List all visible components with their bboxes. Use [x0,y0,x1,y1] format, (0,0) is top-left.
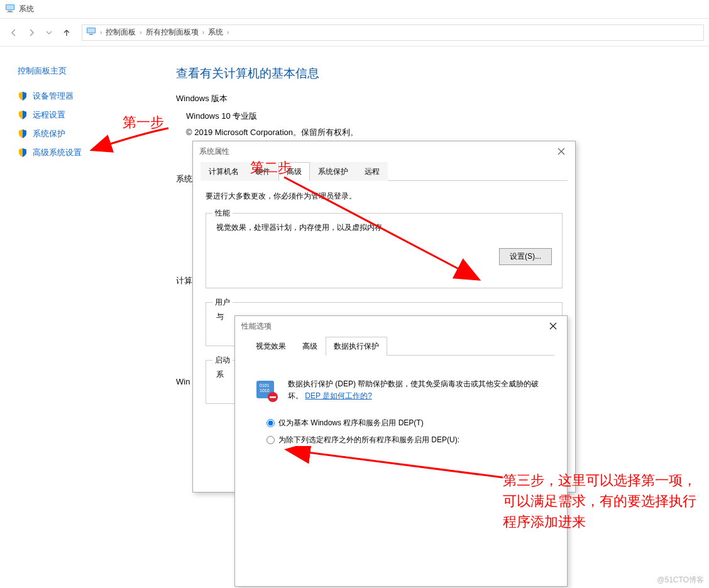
svg-text:0101: 0101 [260,383,270,388]
breadcrumb-item[interactable]: 控制面板 [106,27,136,38]
close-button[interactable] [546,318,561,334]
svg-rect-2 [8,11,12,12]
dialog-title: 系统属性 [199,146,229,157]
breadcrumb-item[interactable]: 系统 [208,27,223,38]
performance-legend: 性能 [212,208,233,219]
radio-label: 仅为基本 Windows 程序和服务启用 DEP(T) [278,418,424,428]
chevron-right-icon[interactable]: › [140,29,141,36]
performance-settings-button[interactable]: 设置(S)... [499,248,552,265]
annotation-step3: 第三步，这里可以选择第一项，可以满足需求，有的要选择执行程序添加进来 [503,470,698,532]
navbar: › 控制面板 › 所有控制面板项 › 系统 › [0,19,709,46]
tab-visual-effects[interactable]: 视觉效果 [248,337,294,356]
bg-label: Win [176,377,190,386]
windows-copyright: © 2019 Microsoft Corporation。保留所有权利。 [176,127,709,138]
sidebar-home-link[interactable]: 控制面板主页 [18,65,151,77]
page-heading: 查看有关计算机的基本信息 [176,65,709,82]
windows-edition: Windows 10 专业版 [176,111,709,122]
sidebar-item-label: 高级系统设置 [33,147,82,158]
dialog-title: 性能选项 [241,321,272,332]
radio-input[interactable] [267,419,275,427]
svg-rect-1 [6,5,14,9]
arrow-icon [277,446,515,490]
dep-how-link[interactable]: DEP 是如何工作的? [305,391,371,400]
sidebar-item-label: 系统保护 [33,128,65,139]
user-legend: 用户 [212,297,233,308]
shield-icon [18,91,28,101]
dep-radio-essential[interactable]: 仅为基本 Windows 程序和服务启用 DEP(T) [267,418,554,428]
svg-rect-3 [7,12,13,13]
titlebar: 系统 [0,0,709,19]
watermark: @51CTO博客 [657,575,704,585]
arrow-icon [277,173,490,293]
address-bar[interactable]: › 控制面板 › 所有控制面板项 › 系统 › [82,24,704,41]
tab-computer-name[interactable]: 计算机名 [201,162,247,181]
section-windows-version: Windows 版本 [176,93,709,104]
dep-chip-icon: 01011010 [254,378,279,405]
close-button[interactable] [554,144,569,159]
chevron-right-icon[interactable]: › [227,29,229,36]
startup-legend: 启动 [212,355,233,366]
sidebar-item-label: 远程设置 [33,109,65,121]
dep-radio-all-except[interactable]: 为除下列选定程序之外的所有程序和服务启用 DEP(U): [267,435,554,445]
computer-icon [86,26,96,38]
recent-button[interactable] [40,24,58,41]
shield-icon [18,110,28,120]
svg-rect-11 [270,396,276,398]
tab-dep[interactable]: 数据执行保护 [326,337,387,356]
dep-description: 数据执行保护 (DEP) 帮助保护数据，使其免受病毒攻击或其他安全威胁的破坏。 … [288,378,548,402]
up-button[interactable] [58,24,75,41]
window-title: 系统 [19,4,34,14]
svg-text:1010: 1010 [260,388,270,393]
perfopts-tabs: 视觉效果 高级 数据执行保护 [248,336,554,356]
arrow-icon [82,123,176,161]
chevron-right-icon[interactable]: › [100,29,102,36]
tab-advanced[interactable]: 高级 [294,337,326,356]
radio-label: 为除下列选定程序之外的所有程序和服务启用 DEP(U): [278,435,459,445]
radio-input[interactable] [267,436,275,444]
chevron-right-icon[interactable]: › [202,29,204,36]
shield-icon [18,129,28,139]
svg-rect-6 [89,34,93,35]
bg-label: 计算 [176,275,192,286]
svg-rect-5 [87,28,95,33]
breadcrumb-item[interactable]: 所有控制面板项 [146,27,199,38]
dialog-titlebar: 性能选项 [235,316,567,336]
back-button[interactable] [5,24,23,41]
shield-icon [18,148,28,158]
sidebar-item-device-manager[interactable]: 设备管理器 [18,90,151,102]
computer-icon [5,3,15,15]
bg-label: 系统 [176,173,192,185]
forward-button[interactable] [23,24,40,41]
sidebar-item-label: 设备管理器 [33,90,74,102]
